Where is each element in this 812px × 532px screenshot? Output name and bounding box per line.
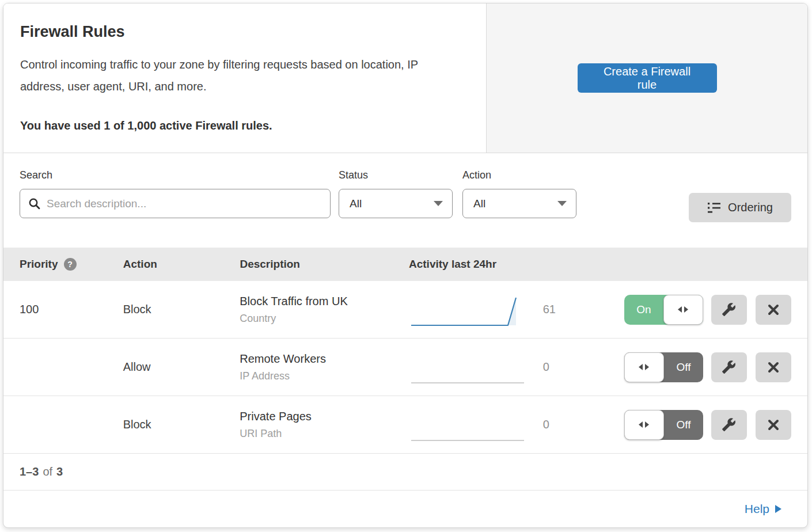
activity-cell: 0: [409, 408, 624, 442]
controls-cell: On: [624, 295, 791, 325]
status-selected-value: All: [350, 197, 362, 210]
column-header-action: Action: [123, 258, 240, 271]
activity-sparkline-icon: [409, 408, 527, 442]
rule-enabled-toggle[interactable]: On: [624, 295, 703, 325]
header-card: Firewall Rules Control incoming traffic …: [3, 3, 487, 153]
action-filter-group: Action All: [462, 169, 576, 218]
column-header-description: Description: [240, 258, 409, 271]
action-value: Block: [123, 303, 240, 316]
left-right-arrows-icon: [638, 363, 650, 371]
table-row: 100 Block Block Traffic from UK Country …: [3, 281, 807, 339]
activity-cell: 61: [409, 293, 624, 326]
edit-rule-button[interactable]: [711, 410, 747, 440]
header-side-panel: Create a Firewall rule: [487, 3, 807, 153]
table-header: Priority ? Action Description Activity l…: [3, 248, 807, 281]
toggle-state-label: On: [624, 295, 663, 325]
firewall-rules-panel: Firewall Rules Control incoming traffic …: [3, 3, 808, 528]
rule-match-type: IP Address: [240, 370, 408, 382]
create-firewall-rule-button[interactable]: Create a Firewall rule: [578, 63, 717, 93]
page-title: Firewall Rules: [20, 23, 463, 41]
activity-sparkline-icon: [409, 293, 527, 326]
delete-rule-button[interactable]: [756, 352, 791, 382]
rule-description: Remote Workers: [240, 352, 408, 366]
table-row: Block Private Pages URI Path 0 Off: [3, 396, 807, 454]
action-select[interactable]: All: [462, 189, 576, 218]
wrench-icon: [722, 417, 736, 432]
wrench-icon: [722, 302, 736, 317]
usage-note: You have used 1 of 1,000 active Firewall…: [20, 119, 463, 132]
action-value: Block: [123, 418, 240, 431]
description-cell: Private Pages URI Path: [240, 410, 408, 440]
pagination-of: of: [43, 465, 52, 478]
help-row: Help: [3, 491, 807, 527]
header-band: Firewall Rules Control incoming traffic …: [3, 3, 807, 153]
edit-rule-button[interactable]: [711, 352, 747, 382]
help-link[interactable]: Help: [745, 502, 781, 516]
search-filter-group: Search: [20, 169, 331, 218]
pagination-range: 1–3: [20, 465, 39, 478]
controls-cell: Off: [624, 352, 791, 382]
rule-match-type: URI Path: [240, 428, 408, 440]
action-value: Allow: [123, 360, 240, 374]
rule-enabled-toggle[interactable]: Off: [624, 410, 703, 440]
action-selected-value: All: [473, 197, 485, 210]
column-header-activity: Activity last 24hr: [409, 258, 624, 271]
activity-count: 0: [543, 360, 549, 374]
toggle-state-label: Off: [664, 410, 703, 440]
left-right-arrows-icon: [638, 421, 650, 428]
search-input[interactable]: [47, 197, 322, 210]
toggle-knob[interactable]: [624, 352, 664, 382]
ordering-button-label: Ordering: [728, 201, 773, 214]
x-icon: [767, 418, 780, 432]
search-box[interactable]: [20, 189, 331, 218]
chevron-down-icon: [434, 201, 443, 206]
chevron-down-icon: [557, 201, 567, 206]
right-triangle-icon: [775, 505, 781, 513]
priority-header-label: Priority: [20, 258, 58, 271]
rule-enabled-toggle[interactable]: Off: [624, 352, 703, 382]
delete-rule-button[interactable]: [756, 295, 791, 325]
activity-cell: 0: [409, 351, 624, 384]
activity-count: 61: [543, 303, 556, 316]
toggle-knob[interactable]: [663, 295, 703, 325]
status-filter-group: Status All: [339, 169, 453, 218]
toggle-knob[interactable]: [624, 410, 664, 440]
pagination: 1–3 of 3: [3, 454, 807, 491]
rule-description: Block Traffic from UK: [240, 295, 408, 308]
action-label: Action: [462, 169, 576, 181]
rule-match-type: Country: [240, 313, 408, 325]
activity-count: 0: [543, 418, 549, 431]
pagination-total: 3: [56, 465, 63, 478]
priority-help-icon[interactable]: ?: [64, 258, 77, 271]
priority-value: 100: [20, 303, 123, 316]
search-label: Search: [20, 169, 331, 181]
page-description: Control incoming traffic to your zone by…: [20, 54, 463, 97]
left-right-arrows-icon: [677, 306, 689, 313]
rule-description: Private Pages: [240, 410, 408, 423]
toggle-state-label: Off: [664, 352, 703, 382]
x-icon: [767, 303, 780, 317]
filter-row: Search Status All Action All: [3, 153, 807, 248]
wrench-icon: [722, 360, 736, 374]
magnifier-icon: [28, 197, 41, 210]
controls-cell: Off: [624, 410, 791, 440]
x-icon: [767, 360, 780, 374]
ordering-button[interactable]: Ordering: [689, 193, 791, 222]
status-select[interactable]: All: [339, 189, 453, 218]
table-row: Allow Remote Workers IP Address 0 Off: [3, 339, 807, 396]
edit-rule-button[interactable]: [711, 295, 747, 325]
description-cell: Remote Workers IP Address: [240, 352, 408, 382]
activity-sparkline-icon: [409, 351, 527, 384]
status-label: Status: [339, 169, 453, 181]
ordered-list-icon: [707, 202, 721, 214]
description-cell: Block Traffic from UK Country: [240, 295, 408, 325]
help-link-label: Help: [745, 502, 769, 516]
delete-rule-button[interactable]: [756, 410, 791, 440]
column-header-priority: Priority ?: [20, 258, 123, 271]
